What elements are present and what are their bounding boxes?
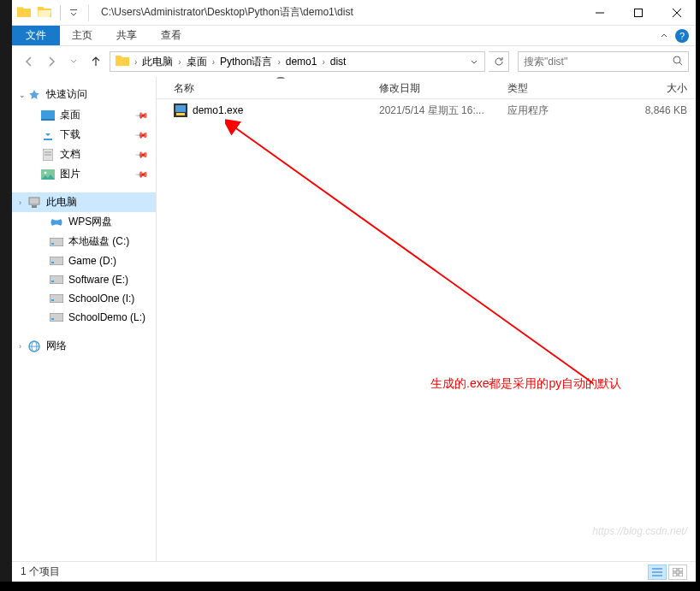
column-size[interactable]: 大小 [619,81,696,96]
file-row[interactable]: demo1.exe 2021/5/14 星期五 16:... 应用程序 8,84… [157,101,696,120]
forward-button[interactable] [44,55,58,68]
svg-rect-16 [50,238,63,246]
desktop-icon [41,109,55,122]
content-pane: 名称 修改日期 类型 大小 demo1.exe 2021/5/14 星期五 16… [157,77,696,561]
crumb-desktop[interactable]: 桌面 [183,52,211,71]
watermark: https://blog.csdn.net/ [592,525,687,537]
svg-rect-30 [175,105,186,112]
drive-icon [50,273,63,287]
crumb-this-pc[interactable]: 此电脑 [139,52,176,71]
column-headers: 名称 修改日期 类型 大小 [157,79,696,99]
search-box[interactable] [518,51,689,72]
view-icons-button[interactable] [668,564,687,580]
address-folder-icon [112,54,133,69]
sidebar-item-wps[interactable]: WPS网盘 [12,212,156,232]
file-list[interactable]: demo1.exe 2021/5/14 星期五 16:... 应用程序 8,84… [157,99,696,561]
sidebar-item-drive-i[interactable]: SchoolOne (I:) [12,289,156,308]
sidebar-item-downloads[interactable]: 下载📌 [12,125,156,145]
recent-dropdown[interactable] [67,55,80,68]
close-button[interactable] [657,0,696,26]
nav-bar: › 此电脑 › 桌面 › Python语言 › demo1 › dist [12,46,696,77]
svg-rect-18 [50,257,63,265]
star-icon [27,88,41,102]
sidebar-network[interactable]: › 网络 [12,335,156,357]
picture-icon [41,168,55,181]
sidebar-item-drive-c[interactable]: 本地磁盘 (C:) [12,232,156,251]
pc-icon [27,196,41,210]
ribbon: 文件 主页 共享 查看 ? [12,26,696,46]
network-icon [27,340,41,353]
drive-icon [50,235,63,249]
svg-rect-19 [51,262,54,263]
svg-point-5 [673,56,680,63]
sidebar-item-documents[interactable]: 文档📌 [12,145,156,164]
crumb-demo1[interactable]: demo1 [282,52,321,71]
download-icon [41,128,55,142]
svg-rect-23 [51,299,54,301]
drive-icon [50,310,63,324]
column-type[interactable]: 类型 [507,81,619,96]
title-bar: C:\Users\Administrator\Desktop\Python语言\… [12,0,696,26]
column-date[interactable]: 修改日期 [379,81,507,96]
svg-point-13 [44,171,47,174]
refresh-button[interactable] [489,51,509,72]
sidebar-item-drive-d[interactable]: Game (D:) [12,251,156,270]
crumb-dist[interactable]: dist [327,52,350,71]
explorer-window: C:\Users\Administrator\Desktop\Python语言\… [12,0,696,582]
ribbon-tab-view[interactable]: 查看 [149,26,193,45]
pin-icon: 📌 [135,147,149,161]
svg-rect-31 [176,113,185,115]
sidebar-item-desktop[interactable]: 桌面📌 [12,105,156,125]
document-icon [41,148,55,162]
crumb-python[interactable]: Python语言 [217,52,276,71]
wps-icon [50,216,63,229]
sidebar-this-pc[interactable]: › 此电脑 [12,192,156,212]
sidebar-item-drive-e[interactable]: Software (E:) [12,270,156,289]
pin-icon: 📌 [135,167,149,180]
svg-rect-37 [679,568,683,571]
file-date: 2021/5/14 星期五 16:... [379,103,507,118]
search-input[interactable] [524,56,673,68]
sidebar-item-pictures[interactable]: 图片📌 [12,164,156,184]
pin-icon: 📌 [135,127,149,141]
up-button[interactable] [89,55,103,68]
svg-rect-8 [41,119,55,121]
search-icon[interactable] [673,54,683,69]
ribbon-expand-icon[interactable] [660,26,675,45]
folder-open-qat-icon[interactable] [38,5,51,21]
help-button[interactable]: ? [675,26,696,45]
exe-icon [174,103,187,117]
svg-rect-24 [50,313,63,322]
svg-rect-17 [51,243,54,245]
svg-line-6 [679,62,682,65]
ribbon-tab-share[interactable]: 共享 [104,26,149,45]
svg-rect-0 [70,9,77,10]
svg-rect-21 [51,281,54,282]
svg-rect-15 [32,205,37,208]
ribbon-file-tab[interactable]: 文件 [12,26,60,45]
svg-rect-39 [679,573,683,576]
svg-rect-25 [51,318,54,320]
sidebar: ⌄ 快速访问 桌面📌 下载📌 文档📌 图片📌 › [12,77,157,561]
svg-rect-7 [41,110,55,119]
qat-dropdown-icon[interactable] [69,5,78,21]
address-bar[interactable]: › 此电脑 › 桌面 › Python语言 › demo1 › dist [110,51,485,72]
svg-rect-20 [50,275,63,284]
window-title-path: C:\Users\Administrator\Desktop\Python语言\… [98,5,580,20]
sidebar-quick-access[interactable]: ⌄ 快速访问 [12,84,156,105]
drive-icon [50,292,63,305]
status-text: 1 个项目 [21,564,60,579]
minimize-button[interactable] [580,0,619,26]
ribbon-tab-home[interactable]: 主页 [60,26,104,45]
file-name: demo1.exe [193,104,243,116]
folder-qat-icon[interactable] [17,5,31,21]
svg-rect-22 [50,294,63,303]
drive-icon [50,254,63,268]
column-name[interactable]: 名称 [174,81,379,96]
address-dropdown-icon[interactable] [466,54,483,69]
sidebar-item-drive-l[interactable]: SchoolDemo (L:) [12,308,156,327]
maximize-button[interactable] [619,0,657,26]
pin-icon: 📌 [135,108,149,121]
back-button[interactable] [22,55,36,68]
view-details-button[interactable] [648,564,667,580]
